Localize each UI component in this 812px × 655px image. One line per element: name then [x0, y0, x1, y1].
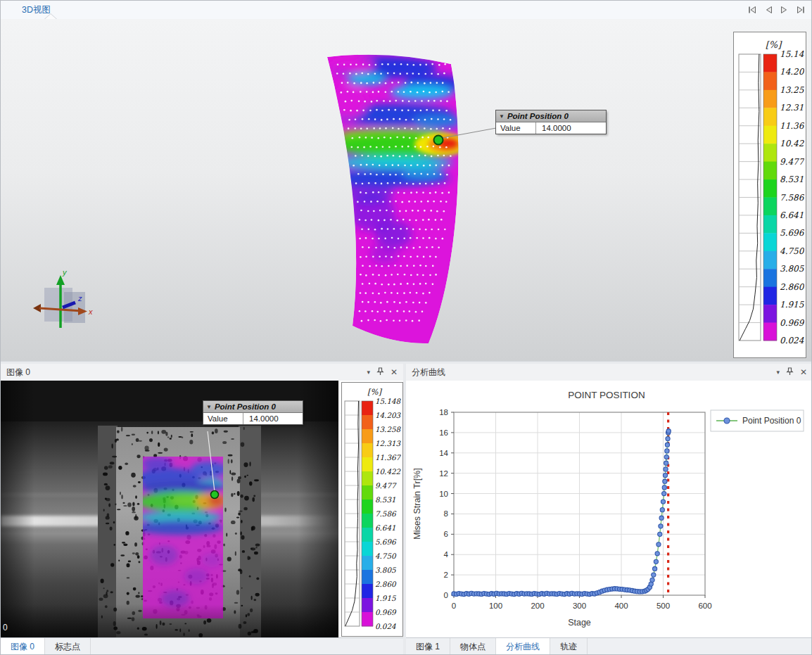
legend-value: 10.422: [780, 139, 804, 148]
axis-y-label: y: [62, 268, 68, 276]
legend-color-segment: [362, 471, 373, 485]
panel-image0-header: 图像 0 ▾ ✕: [1, 364, 403, 381]
curves-content[interactable]: POINT POSITION01002003004005006000246810…: [406, 381, 812, 637]
legend-value: 0.969: [780, 318, 804, 328]
close-icon[interactable]: ✕: [391, 367, 398, 377]
point-tooltip-image[interactable]: ▼Point Position 0 Value 14.0000: [203, 400, 303, 425]
x-tick-label: 300: [573, 602, 586, 610]
axis-x-label: x: [88, 307, 93, 316]
legend-value: 6.641: [375, 523, 395, 532]
tooltip-field-label: Value: [496, 122, 536, 134]
legend-value: 2.860: [375, 580, 397, 588]
legend-color-segment: [362, 457, 373, 471]
legend-color-segment: [362, 429, 373, 443]
legend-color-segment: [362, 556, 373, 570]
legend-color-segment: [362, 485, 373, 500]
legend-color-segment: [362, 415, 373, 429]
legend-color-segment: [763, 90, 777, 108]
stage-index-label: 0: [3, 623, 8, 632]
legend-color-segment: [763, 251, 777, 269]
legend-value: 0.024: [780, 336, 804, 345]
tab-image1[interactable]: 图像 1: [406, 638, 450, 655]
legend-color-segment: [763, 198, 777, 216]
x-axis-label: Stage: [568, 618, 591, 628]
legend-value: 8.531: [780, 174, 804, 184]
panel-curves-title: 分析曲线: [412, 367, 445, 379]
tab-image0[interactable]: 图像 0: [1, 638, 45, 655]
legend-value: 15.148: [375, 397, 401, 405]
y-tick-label: 14: [439, 449, 448, 457]
y-tick-label: 12: [439, 469, 448, 478]
last-stage-icon[interactable]: [796, 6, 806, 14]
panel-image0-title: 图像 0: [6, 367, 30, 379]
legend-color-segment: [362, 514, 373, 528]
pin-icon[interactable]: [376, 366, 384, 379]
legend-value: 9.477: [780, 157, 804, 167]
legend-value: 15.148: [780, 49, 804, 59]
tab-object-points[interactable]: 物体点: [450, 638, 496, 655]
y-tick-label: 6: [444, 530, 448, 538]
legend-value: 0.024: [375, 622, 396, 630]
close-icon[interactable]: ✕: [800, 367, 807, 377]
legend-color-segment: [763, 72, 777, 90]
axis-z-label: z: [77, 294, 82, 303]
legend-value: 5.696: [375, 538, 397, 546]
point-position-marker-image[interactable]: [211, 491, 219, 499]
legend-color-segment: [362, 500, 373, 514]
point-tooltip-3d[interactable]: ▼Point Position 0 Value 14.0000: [495, 110, 607, 134]
first-stage-icon[interactable]: [747, 6, 757, 14]
legend-value: 11.367: [375, 453, 401, 462]
legend-value: 14.203: [780, 67, 804, 77]
3d-viewport[interactable]: yxz [%]15.14814.20313.25812.31311.36710.…: [1, 19, 812, 361]
chevron-down-icon[interactable]: ▾: [367, 369, 370, 376]
tab-analysis-curves[interactable]: 分析曲线: [496, 638, 550, 655]
tab-trajectory[interactable]: 轨迹: [550, 638, 588, 655]
legend-value: 4.750: [780, 246, 804, 256]
y-tick-label: 8: [444, 509, 448, 518]
tooltip-collapse-icon[interactable]: ▼: [499, 113, 505, 120]
next-stage-icon[interactable]: [780, 6, 788, 14]
legend-unit: [%]: [367, 387, 382, 397]
tab-markers[interactable]: 标志点: [45, 638, 91, 655]
top-tabbar: 3D视图: [1, 1, 812, 20]
x-tick-label: 100: [489, 602, 502, 610]
y-tick-label: 18: [439, 408, 448, 416]
legend-value: 12.313: [780, 103, 804, 113]
image0-content[interactable]: [%]15.14814.20313.25812.31311.36710.4229…: [1, 381, 403, 637]
chevron-down-icon[interactable]: ▾: [776, 369, 780, 376]
legend-color-segment: [362, 443, 373, 457]
tooltip-collapse-icon[interactable]: ▼: [206, 404, 212, 410]
strain-chart: POINT POSITION01002003004005006000246810…: [406, 381, 812, 637]
legend-color-segment: [362, 612, 373, 626]
legend-value: 11.367: [780, 121, 804, 131]
tooltip-value: 14.0000: [536, 122, 606, 134]
panel-analysis-curves: 分析曲线 ▾ ✕ POINT POSITION01002003004005006…: [406, 364, 812, 655]
tooltip-title: Point Position 0: [215, 402, 276, 411]
y-tick-label: 16: [439, 428, 448, 437]
legend-color-segment: [763, 305, 777, 323]
color-legend-3d: [%]15.14814.20313.25812.31311.36710.4229…: [733, 32, 806, 358]
coordinate-triad: yxz: [33, 268, 93, 328]
legend-color-segment: [362, 528, 373, 542]
point-position-marker-3d[interactable]: [434, 136, 443, 145]
series-point-position-0: [452, 429, 671, 597]
previous-stage-icon[interactable]: [765, 6, 773, 14]
legend-color-segment: [763, 108, 777, 126]
legend-color-segment: [362, 570, 373, 584]
image0-tabbar: 图像 0 标志点: [1, 637, 403, 655]
application-window: 3D视图 yxz [%]15.14814.20313.25812.31311.3…: [0, 0, 812, 655]
3d-strain-surface: yxz: [1, 19, 812, 361]
legend-color-segment: [763, 126, 777, 144]
legend-value: 13.258: [375, 425, 401, 433]
legend-value: 13.258: [780, 85, 804, 95]
legend-value: 5.696: [780, 228, 804, 238]
color-legend-image: [%]15.14814.20313.25812.31311.36710.4229…: [341, 382, 403, 637]
legend-color-segment: [362, 598, 373, 612]
chart-legend[interactable]: Point Position 0: [711, 410, 804, 431]
legend-color-segment: [362, 584, 373, 598]
panel-image0: 图像 0 ▾ ✕ [%]15.14814.20313.25812.31311.3…: [1, 364, 403, 655]
legend-color-segment: [763, 233, 777, 251]
series-line: [454, 431, 668, 594]
pin-icon[interactable]: [786, 366, 794, 379]
strain-band: [327, 55, 468, 343]
